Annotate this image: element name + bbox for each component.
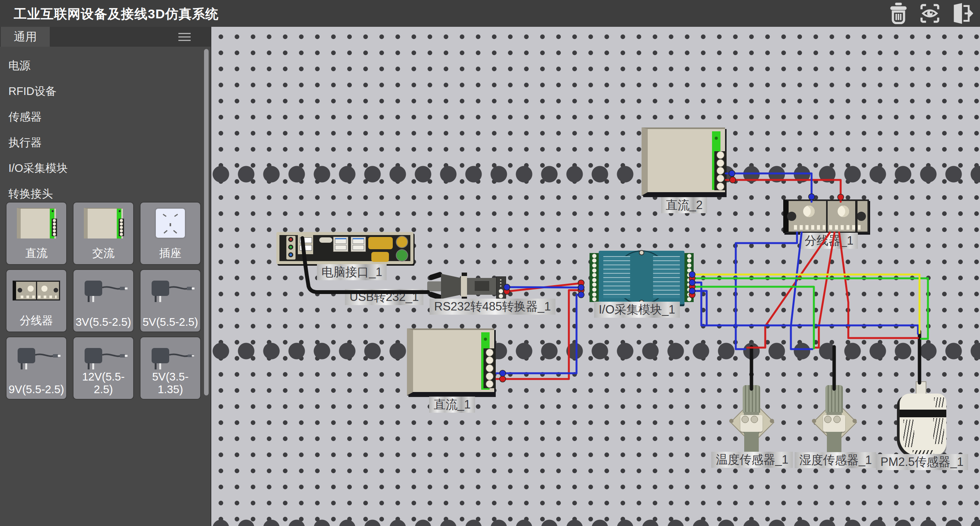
- device-temp-sensor-1[interactable]: [722, 383, 781, 458]
- db9-hood: [441, 274, 462, 299]
- clamp-bolt: [742, 416, 749, 423]
- pm25-vent: [933, 418, 944, 444]
- wire-blue-io-pm25[interactable]: [694, 283, 918, 334]
- label-dc-power-2: 直流_2: [661, 197, 707, 213]
- wire-red-dc2-splitter[interactable]: [726, 180, 841, 202]
- category-item-actuator[interactable]: 执行器: [0, 130, 211, 155]
- palette-tile-3v[interactable]: 3V(5.5-2.5): [73, 269, 134, 332]
- ps2-port-yellow: [396, 236, 408, 248]
- palette-tile-socket[interactable]: 插座: [140, 202, 201, 265]
- device-rs232-to-485-1[interactable]: [421, 273, 506, 302]
- pegboard-hole-row: [211, 519, 980, 526]
- category-item-power[interactable]: 电源: [0, 53, 211, 78]
- pm25-vent: [903, 420, 914, 447]
- serial-port: [368, 237, 393, 249]
- io-pin-labels-left: [603, 256, 630, 298]
- io-pin-labels-right: [653, 256, 680, 298]
- device-computer-port-1[interactable]: [276, 232, 413, 264]
- converter-window: [475, 281, 489, 291]
- label-rs232-to-485: RS232转485转换器_1: [430, 299, 555, 315]
- usb-ports: [333, 237, 348, 252]
- palette-tile-5v-small[interactable]: 5V(3.5-1.35): [140, 337, 201, 400]
- wire-blue-rs485-io[interactable]: [505, 287, 583, 288]
- adapter-thumbnail: [145, 343, 195, 373]
- port-slot: [319, 237, 332, 243]
- pegboard-hole-row: [211, 343, 980, 359]
- category-item-rfid[interactable]: RFID设备: [0, 78, 211, 104]
- device-humidity-sensor-1[interactable]: [804, 383, 864, 458]
- wire-red-splitter-temp[interactable]: [747, 232, 830, 348]
- wire-blue-splitter-humidity[interactable]: [791, 232, 812, 349]
- category-item-io-module[interactable]: I/O采集模块: [0, 155, 211, 181]
- exit-icon[interactable]: [949, 2, 973, 25]
- clamp-bolt: [751, 416, 758, 423]
- device-io-module-1[interactable]: [590, 251, 694, 304]
- wire-green-io-humidity[interactable]: [694, 287, 814, 348]
- tab-general[interactable]: 通用: [1, 27, 50, 47]
- mount-hole: [770, 419, 774, 423]
- label-computer-port: 电脑接口_1: [317, 264, 387, 280]
- label-dc-power-1: 直流_1: [429, 397, 475, 413]
- adapter-thumbnail: [145, 275, 195, 306]
- adapter-thumbnail: [78, 343, 128, 373]
- vga-port: [371, 252, 389, 262]
- top-bar: 工业互联网设备及接线3D仿真系统: [0, 0, 980, 27]
- palette-tile-dc[interactable]: 直流: [6, 202, 67, 265]
- sidebar: 通用 电源 RFID设备 传感器 执行器 I/O采集模块 转换接头 直流 交流 …: [0, 27, 211, 526]
- device-palette: 直流 交流 插座 分线器 3V(5.5-2.5: [6, 202, 201, 400]
- db9-screw-nub: [462, 273, 467, 276]
- label-temp-sensor: 温度传感器_1: [711, 452, 793, 468]
- ac-power-thumbnail: [84, 208, 123, 238]
- adapter-thumbnail: [11, 343, 61, 373]
- trash-icon[interactable]: [887, 2, 910, 25]
- wire-blue-io-branch[interactable]: [694, 291, 707, 325]
- palette-tile-5v[interactable]: 5V(5.5-2.5): [140, 269, 201, 332]
- palette-tile-splitter[interactable]: 分线器: [6, 269, 67, 332]
- splitter-divider: [826, 201, 828, 232]
- category-menu: 电源 RFID设备 传感器 执行器 I/O采集模块 转换接头: [0, 47, 211, 207]
- sidebar-scrollbar[interactable]: [204, 49, 209, 395]
- workspace-canvas[interactable]: 电脑接口_1 USB转232_1 RS232转485转换器_1 I/O采集模块_…: [211, 27, 980, 526]
- splitter-edge: [855, 201, 858, 232]
- hamburger-menu-icon[interactable]: [178, 33, 191, 41]
- clamp-bolt: [833, 416, 841, 423]
- io-terminal-strip-right: [684, 253, 694, 302]
- io-screw: [639, 250, 644, 255]
- mount-hole: [853, 419, 857, 423]
- usb-ports: [351, 237, 366, 252]
- splitter-screw: [838, 206, 849, 217]
- device-splitter-1[interactable]: [783, 199, 869, 233]
- device-pm25-sensor-1[interactable]: [896, 379, 949, 459]
- splitter-hole: [857, 212, 866, 221]
- wire-blue-splitter-temp[interactable]: [736, 232, 797, 349]
- label-pm25-sensor: PM2.5传感器_1: [876, 454, 968, 470]
- db9-thumbscrew: [428, 271, 443, 281]
- palette-tile-12v[interactable]: 12V(5.5-2.5): [73, 337, 134, 400]
- ps2-port-green: [396, 249, 408, 261]
- palette-tile-ac[interactable]: 交流: [73, 202, 134, 265]
- splitter-screw: [803, 206, 815, 217]
- label-io-module: I/O采集模块_1: [594, 302, 680, 318]
- socket-thumbnail: [156, 209, 185, 238]
- device-dc-power-1[interactable]: [407, 328, 494, 395]
- view-focus-icon[interactable]: [919, 2, 941, 25]
- category-item-sensor[interactable]: 传感器: [0, 104, 211, 130]
- palette-tile-9v[interactable]: 9V(5.5-2.5): [6, 337, 67, 400]
- db9-flange: [461, 276, 467, 297]
- wire-yellow-io-pm25[interactable]: [694, 274, 920, 333]
- pm25-band: [900, 410, 946, 417]
- db9-cable-boot: [427, 281, 443, 291]
- app-title: 工业互联网设备及接线3D仿真系统: [14, 5, 219, 23]
- dc-power-thumbnail: [17, 208, 56, 238]
- mount-hole: [729, 419, 733, 423]
- splitter-hole: [787, 212, 796, 221]
- device-dc-power-2[interactable]: [642, 127, 725, 196]
- clamp-bolt: [824, 416, 831, 423]
- splitter-thumbnail: [13, 281, 60, 301]
- label-humidity-sensor: 湿度传感器_1: [795, 452, 876, 468]
- io-terminal-strip-left: [590, 253, 599, 302]
- pegboard-hole-row: [211, 166, 980, 183]
- splitter-terminals: [794, 225, 825, 230]
- adapter-thumbnail: [78, 275, 128, 306]
- app-window: 工业互联网设备及接线3D仿真系统: [0, 0, 980, 526]
